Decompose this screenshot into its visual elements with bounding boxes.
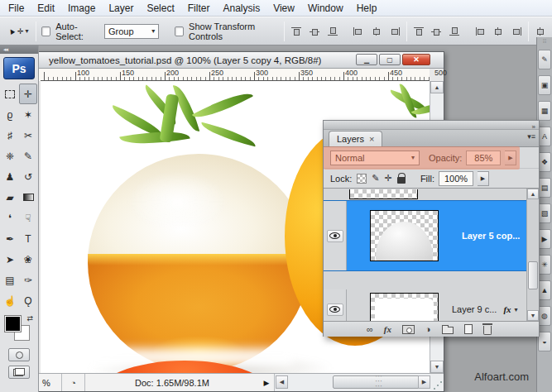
- layer-name[interactable]: Layer 5 cop...: [462, 231, 520, 241]
- layer-row-selected[interactable]: Layer 5 cop...: [324, 200, 526, 271]
- minimize-button[interactable]: ▁: [356, 54, 377, 65]
- panel-drag-bar[interactable]: »: [324, 121, 539, 130]
- show-transform-checkbox[interactable]: [175, 26, 184, 36]
- blur-tool[interactable]: ❛: [1, 208, 19, 228]
- align-vcenter-button[interactable]: [308, 24, 321, 39]
- scroll-up-button[interactable]: [527, 189, 539, 199]
- layer-list-scrollbar[interactable]: [526, 189, 539, 321]
- distribute-vcenter-button[interactable]: [430, 24, 444, 39]
- scroll-down-button[interactable]: [430, 361, 444, 373]
- layer-fx-badge[interactable]: fx: [503, 304, 511, 314]
- spot-healing-tool[interactable]: ❈: [1, 146, 19, 166]
- new-group-icon[interactable]: [442, 327, 454, 334]
- magic-wand-tool[interactable]: ✶: [19, 104, 37, 125]
- layer-thumbnail[interactable]: [370, 210, 439, 261]
- hand-tool[interactable]: ☝: [1, 290, 19, 311]
- link-layers-icon[interactable]: ∞: [367, 324, 373, 334]
- menu-layer[interactable]: Layer: [102, 1, 140, 16]
- pen-tool[interactable]: ✒: [1, 228, 19, 249]
- layer-thumbnail[interactable]: [349, 189, 418, 199]
- swatches-panel-icon[interactable]: ▦: [538, 101, 551, 121]
- status-flyout-arrow[interactable]: ▶: [259, 374, 274, 391]
- styles-panel-icon[interactable]: ❖: [538, 152, 551, 172]
- path-selection-tool[interactable]: ➤: [1, 249, 19, 270]
- lasso-tool[interactable]: ϱ: [1, 104, 19, 125]
- foreground-color-swatch[interactable]: [5, 316, 21, 332]
- new-layer-icon[interactable]: [464, 324, 473, 334]
- lock-position-icon[interactable]: ✛: [385, 173, 392, 184]
- layer-row[interactable]: Layer 9 c... fx ▾: [324, 289, 526, 321]
- tool-preset-picker[interactable]: ▲ ✛ ▾: [5, 25, 31, 37]
- close-button[interactable]: ✕: [402, 54, 430, 65]
- visibility-toggle[interactable]: [327, 304, 343, 316]
- layer-row-partial[interactable]: [324, 189, 526, 199]
- menu-file[interactable]: File: [2, 1, 31, 16]
- smudge-tool[interactable]: ☟: [19, 208, 37, 228]
- clone-stamp-tool[interactable]: ♟: [1, 166, 19, 187]
- brushes-panel-icon[interactable]: ✎: [538, 50, 551, 69]
- toolbox-collapse-bar[interactable]: ◂◂: [0, 45, 38, 54]
- distribute-right-button[interactable]: [510, 24, 523, 39]
- gradient-tool[interactable]: [19, 187, 37, 208]
- align-bottom-button[interactable]: [326, 24, 339, 39]
- tab-close-icon[interactable]: ×: [369, 134, 374, 144]
- lock-transparency-icon[interactable]: [357, 174, 367, 184]
- layer-thumbnail[interactable]: [370, 293, 439, 321]
- lock-paint-icon[interactable]: ✎: [372, 173, 379, 184]
- distribute-bottom-button[interactable]: [448, 24, 461, 39]
- menu-window[interactable]: Window: [301, 1, 350, 16]
- info-panel-icon[interactable]: ◍: [538, 306, 551, 326]
- clone-source-panel-icon[interactable]: ▣: [538, 75, 551, 95]
- fx-expand-icon[interactable]: ▾: [515, 306, 518, 313]
- eyedropper-tool[interactable]: ✑: [19, 270, 37, 290]
- menu-select[interactable]: Select: [140, 1, 180, 16]
- histogram-panel-icon[interactable]: ▲: [538, 280, 551, 300]
- rect-marquee-tool[interactable]: [1, 84, 19, 104]
- adjustment-layer-icon[interactable]: ◑: [425, 324, 431, 334]
- delete-layer-icon[interactable]: [483, 326, 492, 335]
- auto-select-scope-dropdown[interactable]: Group ▾: [104, 24, 159, 39]
- auto-select-checkbox[interactable]: [41, 26, 50, 36]
- doc-size-readout[interactable]: Doc: 1.65M/98.1M: [85, 374, 259, 391]
- menu-image[interactable]: Image: [61, 1, 102, 16]
- crop-tool[interactable]: ♯: [1, 125, 19, 146]
- align-hcenter-button[interactable]: [370, 24, 383, 39]
- auto-align-button[interactable]: [534, 24, 547, 39]
- scroll-up-button[interactable]: [430, 81, 444, 93]
- opacity-value[interactable]: 85%: [466, 151, 501, 165]
- fill-spinner-icon[interactable]: ▶: [478, 171, 489, 186]
- navigator-panel-icon[interactable]: ✳: [538, 255, 551, 275]
- slice-tool[interactable]: ✂: [19, 125, 37, 146]
- hscroll-thumb[interactable]: [333, 375, 424, 389]
- menu-help[interactable]: Help: [350, 1, 384, 16]
- character-panel-icon[interactable]: A: [538, 127, 551, 146]
- scrollbar-thumb[interactable]: [528, 261, 538, 289]
- dock-grip[interactable]: ⁞⁞: [543, 39, 546, 44]
- horizontal-scrollbar[interactable]: [274, 374, 444, 391]
- menu-filter[interactable]: Filter: [181, 1, 217, 16]
- notes-tool[interactable]: ▤: [1, 270, 19, 290]
- screen-mode-button[interactable]: [8, 366, 30, 379]
- history-brush-tool[interactable]: ↺: [19, 166, 37, 187]
- blend-mode-dropdown[interactable]: Normal ▾: [330, 151, 420, 165]
- brush-tool[interactable]: ✎: [19, 146, 37, 166]
- menu-edit[interactable]: Edit: [31, 1, 61, 16]
- type-tool[interactable]: T: [19, 228, 37, 249]
- layer-name[interactable]: Layer 9 c...: [452, 304, 497, 314]
- paragraph-panel-icon[interactable]: ▤: [538, 178, 551, 198]
- zoom-tool[interactable]: Ǫ: [19, 290, 37, 311]
- distribute-hcenter-button[interactable]: [492, 24, 506, 39]
- scroll-down-button[interactable]: [527, 310, 539, 321]
- document-title-bar[interactable]: yellow_tomatoes_tutorial.psd @ 100% (Lay…: [34, 52, 444, 69]
- menu-analysis[interactable]: Analysis: [216, 1, 266, 16]
- actions-panel-icon[interactable]: ▶: [538, 229, 551, 249]
- lock-all-icon[interactable]: [397, 177, 406, 184]
- eraser-tool[interactable]: ▰: [1, 187, 19, 208]
- align-left-button[interactable]: [352, 24, 365, 39]
- menu-view[interactable]: View: [266, 1, 301, 16]
- fill-value[interactable]: 100%: [439, 171, 473, 186]
- quick-mask-button[interactable]: [8, 348, 30, 361]
- visibility-toggle[interactable]: [327, 230, 343, 242]
- add-mask-icon[interactable]: [402, 325, 415, 334]
- layer-style-icon[interactable]: fx: [384, 324, 391, 334]
